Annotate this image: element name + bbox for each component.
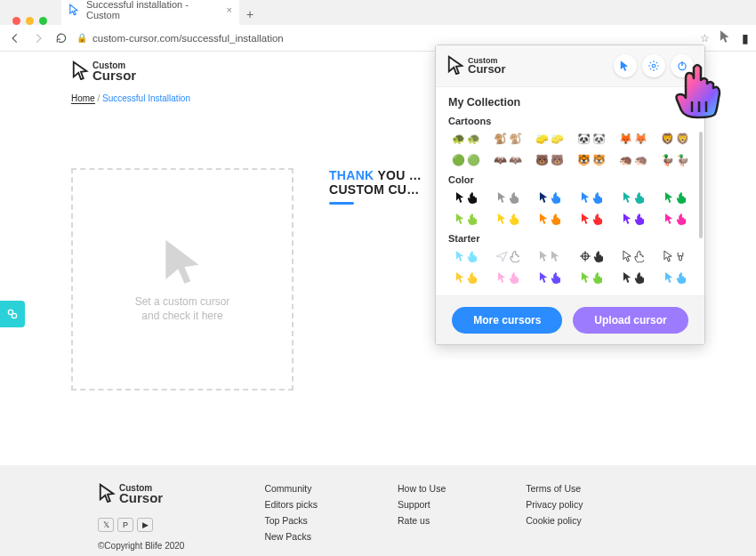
preview-text-2: and check it here xyxy=(135,310,230,324)
footer-link[interactable]: Rate us xyxy=(398,515,446,526)
minimize-window-icon[interactable] xyxy=(26,17,34,25)
starter-cursor-item[interactable] xyxy=(615,269,650,286)
footer-link[interactable]: How to Use xyxy=(398,483,446,494)
cartoon-cursor-item[interactable]: 🦁🦁 xyxy=(657,130,692,148)
placeholder-cursor-icon xyxy=(157,236,207,288)
cartoon-cursor-item[interactable]: 🐯🐯 xyxy=(574,151,608,169)
popup-settings-button[interactable] xyxy=(642,54,665,77)
reload-button[interactable] xyxy=(53,30,69,46)
url-text: custom-cursor.com/successful_installatio… xyxy=(92,33,284,44)
tab-title: Successful installation - Custom xyxy=(86,0,207,20)
tab-favicon xyxy=(68,4,81,16)
footer-logo-icon xyxy=(98,483,117,505)
footer-link[interactable]: New Packs xyxy=(264,531,318,542)
section-cartoons: Cartoons xyxy=(448,116,692,126)
starter-cursor-item[interactable] xyxy=(448,269,483,286)
popup-cursor-button[interactable] xyxy=(614,54,637,77)
color-cursor-item[interactable] xyxy=(615,210,650,228)
color-cursor-item[interactable] xyxy=(574,210,608,228)
collection-title: My Collection xyxy=(448,96,692,109)
extension-other-icon[interactable]: ▮ xyxy=(742,31,749,45)
copyright-text: ©Copyright Blife 2020 xyxy=(98,541,184,551)
footer-col-3: Terms of Use Privacy policy Cookie polic… xyxy=(526,483,583,551)
extension-popup: Custom Cursor My Collection Cartoons 🐢🐢🐒… xyxy=(435,44,705,345)
color-cursor-item[interactable] xyxy=(615,189,650,206)
color-cursor-item[interactable] xyxy=(448,210,483,228)
forward-button[interactable] xyxy=(30,30,46,46)
footer-link[interactable]: Editors picks xyxy=(264,499,318,510)
color-cursor-item[interactable] xyxy=(490,210,525,228)
address-bar[interactable]: 🔒 custom-cursor.com/successful_installat… xyxy=(76,33,693,44)
cartoon-cursor-item[interactable]: 🟢🟢 xyxy=(448,151,483,169)
starter-cursor-item[interactable] xyxy=(615,247,650,265)
breadcrumb-separator: / xyxy=(97,93,100,103)
cartoon-cursor-item[interactable]: 🐢🐢 xyxy=(448,130,483,148)
color-cursor-item[interactable] xyxy=(657,210,692,228)
popup-scrollbar[interactable] xyxy=(699,132,703,238)
svg-point-1 xyxy=(12,313,16,318)
feedback-tab[interactable] xyxy=(0,301,25,327)
popup-logo: Custom Cursor xyxy=(446,55,506,77)
bookmark-star-icon[interactable]: ☆ xyxy=(700,32,710,44)
footer-link[interactable]: Community xyxy=(264,483,318,494)
footer-link[interactable]: Terms of Use xyxy=(526,483,583,494)
color-cursor-item[interactable] xyxy=(574,189,608,206)
starter-cursor-item[interactable] xyxy=(657,247,692,265)
section-color: Color xyxy=(448,174,692,185)
footer-link[interactable]: Cookie policy xyxy=(526,515,583,526)
more-cursors-button[interactable]: More cursors xyxy=(452,307,562,334)
section-starter: Starter xyxy=(448,233,692,244)
twitter-icon[interactable]: 𝕏 xyxy=(98,518,114,532)
cartoon-cursor-item[interactable]: 🦇🦇 xyxy=(490,151,525,169)
starter-cursor-item[interactable] xyxy=(532,269,567,286)
footer-link[interactable]: Privacy policy xyxy=(526,499,583,510)
cartoon-cursor-item[interactable]: 🐻🐻 xyxy=(532,151,567,169)
youtube-icon[interactable]: ▶ xyxy=(137,518,153,532)
footer-col-2: How to Use Support Rate us xyxy=(398,483,446,551)
footer-link[interactable]: Top Packs xyxy=(264,515,318,526)
color-cursor-item[interactable] xyxy=(657,189,692,206)
back-button[interactable] xyxy=(7,30,23,46)
color-cursor-item[interactable] xyxy=(532,210,567,228)
popup-power-button[interactable] xyxy=(671,54,694,77)
color-cursor-item[interactable] xyxy=(532,189,567,206)
logo-cursor-icon xyxy=(71,60,91,83)
color-cursor-item[interactable] xyxy=(448,189,483,206)
footer-col-1: Community Editors picks Top Packs New Pa… xyxy=(264,483,318,551)
upload-cursor-button[interactable]: Upload cursor xyxy=(573,307,688,334)
footer-logo[interactable]: Custom Cursor xyxy=(98,483,184,505)
cartoon-cursor-item[interactable]: 🦆🦆 xyxy=(657,151,692,169)
starter-cursor-item[interactable] xyxy=(448,247,483,265)
cartoon-cursor-item[interactable]: 🧽🧽 xyxy=(532,130,567,148)
lock-icon: 🔒 xyxy=(76,33,87,43)
cartoon-cursor-item[interactable]: 🦔🦔 xyxy=(615,151,650,169)
starter-cursor-item[interactable] xyxy=(574,269,608,286)
browser-tab[interactable]: Successful installation - Custom × xyxy=(61,0,239,25)
starter-cursor-item[interactable] xyxy=(532,247,567,265)
starter-cursor-item[interactable] xyxy=(490,269,525,286)
breadcrumb-home[interactable]: Home xyxy=(71,93,95,104)
svg-point-2 xyxy=(652,64,655,68)
footer-link[interactable]: Support xyxy=(398,499,446,510)
new-tab-button[interactable]: + xyxy=(239,4,261,25)
starter-cursor-item[interactable] xyxy=(490,247,525,265)
color-cursor-item[interactable] xyxy=(490,189,525,206)
starter-cursor-item[interactable] xyxy=(657,269,692,286)
pinterest-icon[interactable]: P xyxy=(117,518,133,532)
cartoon-cursor-item[interactable]: 🐼🐼 xyxy=(574,130,608,148)
cartoon-cursor-item[interactable]: 🐒🐒 xyxy=(490,130,525,148)
maximize-window-icon[interactable] xyxy=(39,17,47,25)
logo-text-bottom: Cursor xyxy=(92,69,136,82)
breadcrumb-current[interactable]: Successful Installation xyxy=(102,93,190,103)
preview-text-1: Set a custom cursor xyxy=(135,295,230,310)
tab-close-icon[interactable]: × xyxy=(227,4,232,15)
starter-cursor-item[interactable] xyxy=(574,247,608,265)
thankyou-heading: THANK YOU … CUSTOM CU… xyxy=(329,168,422,197)
cursor-preview-area[interactable]: Set a custom cursor and check it here xyxy=(71,168,294,391)
heading-underline xyxy=(329,202,354,205)
close-window-icon[interactable] xyxy=(12,17,20,25)
extension-cursor-icon[interactable] xyxy=(719,29,733,46)
window-controls[interactable] xyxy=(5,10,54,25)
cartoon-cursor-item[interactable]: 🦊🦊 xyxy=(615,130,650,148)
